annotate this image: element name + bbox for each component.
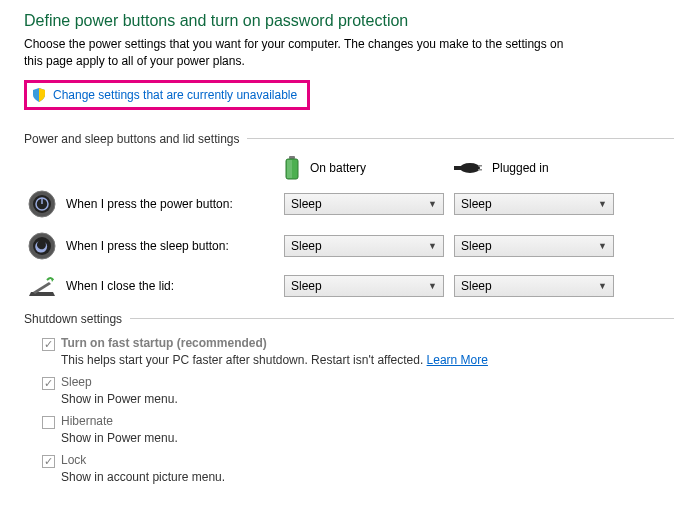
chevron-down-icon: ▼: [598, 241, 607, 251]
sleep-button-icon: [24, 232, 60, 260]
svg-rect-2: [287, 160, 292, 178]
change-settings-link-highlight: Change settings that are currently unava…: [24, 80, 310, 110]
lock-label: Lock: [61, 453, 86, 467]
sleep-button-plugged-select[interactable]: Sleep▼: [454, 235, 614, 257]
learn-more-link[interactable]: Learn More: [427, 353, 488, 367]
fast-startup-checkbox: [42, 338, 55, 351]
svg-rect-5: [478, 165, 482, 167]
power-button-icon: [24, 190, 60, 218]
plug-icon: [454, 160, 482, 176]
power-button-plugged-select[interactable]: Sleep▼: [454, 193, 614, 215]
battery-icon: [284, 156, 300, 180]
chevron-down-icon: ▼: [428, 241, 437, 251]
row-close-lid: When I close the lid: Sleep▼ Sleep▼: [24, 274, 674, 298]
hibernate-item: Hibernate: [42, 414, 674, 429]
lock-checkbox: [42, 455, 55, 468]
row-close-lid-label: When I close the lid:: [60, 279, 284, 293]
column-headers: On battery Plugged in: [24, 156, 674, 180]
divider: [247, 138, 674, 139]
row-power-button: When I press the power button: Sleep▼ Sl…: [24, 190, 674, 218]
lock-item: Lock: [42, 453, 674, 468]
sleep-checkbox: [42, 377, 55, 390]
chevron-down-icon: ▼: [428, 281, 437, 291]
row-sleep-button-label: When I press the sleep button:: [60, 239, 284, 253]
fast-startup-item: Turn on fast startup (recommended): [42, 336, 674, 351]
svg-rect-4: [454, 166, 462, 170]
section-power-sleep: Power and sleep buttons and lid settings: [24, 132, 674, 146]
hibernate-label: Hibernate: [61, 414, 113, 428]
row-sleep-button: When I press the sleep button: Sleep▼ Sl…: [24, 232, 674, 260]
sleep-sub: Show in Power menu.: [61, 392, 674, 406]
hibernate-sub: Show in Power menu.: [61, 431, 674, 445]
col-battery-label: On battery: [310, 161, 366, 175]
sleep-item: Sleep: [42, 375, 674, 390]
divider: [130, 318, 674, 319]
laptop-lid-icon: [24, 274, 60, 298]
fast-startup-sub: This helps start your PC faster after sh…: [61, 353, 674, 367]
lock-sub: Show in account picture menu.: [61, 470, 674, 484]
shield-icon: [31, 87, 47, 103]
sleep-button-battery-select[interactable]: Sleep▼: [284, 235, 444, 257]
col-plugged-label: Plugged in: [492, 161, 549, 175]
fast-startup-label: Turn on fast startup (recommended): [61, 336, 267, 350]
power-button-battery-select[interactable]: Sleep▼: [284, 193, 444, 215]
page-description: Choose the power settings that you want …: [24, 36, 584, 70]
section-power-sleep-label: Power and sleep buttons and lid settings: [24, 132, 239, 146]
svg-point-3: [460, 163, 480, 173]
close-lid-battery-select[interactable]: Sleep▼: [284, 275, 444, 297]
chevron-down-icon: ▼: [428, 199, 437, 209]
hibernate-checkbox: [42, 416, 55, 429]
page-title: Define power buttons and turn on passwor…: [24, 12, 674, 30]
change-settings-link[interactable]: Change settings that are currently unava…: [53, 88, 297, 102]
section-shutdown: Shutdown settings: [24, 312, 674, 326]
row-power-button-label: When I press the power button:: [60, 197, 284, 211]
svg-rect-6: [478, 169, 482, 171]
section-shutdown-label: Shutdown settings: [24, 312, 122, 326]
sleep-label: Sleep: [61, 375, 92, 389]
chevron-down-icon: ▼: [598, 281, 607, 291]
chevron-down-icon: ▼: [598, 199, 607, 209]
close-lid-plugged-select[interactable]: Sleep▼: [454, 275, 614, 297]
